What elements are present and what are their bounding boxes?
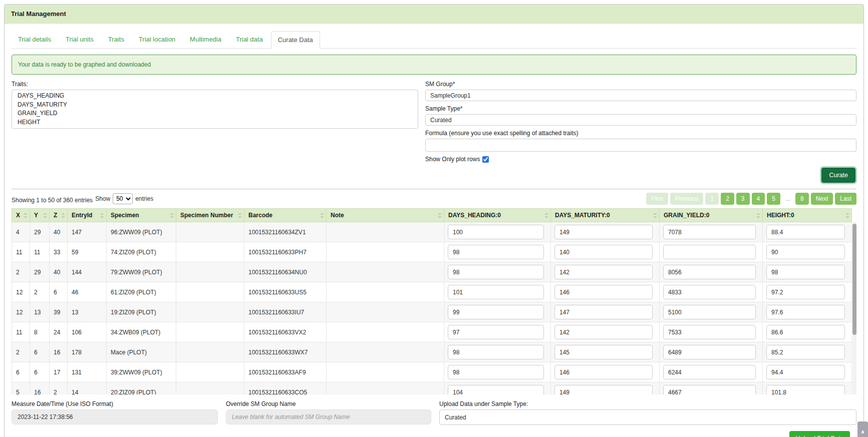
formula-input[interactable]	[425, 139, 856, 152]
days-heading-value-input[interactable]	[448, 385, 544, 394]
height-value-input[interactable]	[766, 225, 845, 239]
grain-yield-value-input[interactable]	[663, 365, 756, 379]
override-sm-group-input[interactable]	[226, 409, 431, 424]
days-maturity-value-input[interactable]	[554, 365, 653, 379]
column-header-specimen-number[interactable]: Specimen Number	[176, 209, 244, 222]
days-maturity-value-input[interactable]	[554, 225, 653, 239]
sort-icon	[61, 213, 65, 218]
cell-days-heading	[444, 302, 551, 322]
column-header-barcode[interactable]: Barcode	[244, 209, 327, 222]
height-value-input[interactable]	[766, 285, 845, 299]
sm-group-input[interactable]	[425, 90, 856, 101]
grain-yield-value-input[interactable]	[663, 265, 756, 279]
cell-grain-yield	[660, 242, 763, 262]
column-header-y[interactable]: Y	[30, 209, 50, 222]
cell-specimen: 96:ZWW09 (PLOT)	[107, 222, 176, 242]
pagination-first[interactable]: First	[646, 193, 668, 205]
days-maturity-value-input[interactable]	[554, 265, 653, 279]
cell-y: 16	[30, 382, 50, 395]
sort-icon	[100, 213, 104, 218]
height-value-input[interactable]	[766, 365, 845, 379]
grain-yield-value-input[interactable]	[663, 225, 756, 239]
days-heading-value-input[interactable]	[448, 265, 544, 279]
upload-trial-data-button[interactable]: Upload Trial Data	[789, 431, 850, 437]
table-scrollbar-track[interactable]	[852, 222, 856, 394]
trait-option-days-maturity[interactable]: DAYS_MATURITY	[12, 101, 418, 110]
grain-yield-value-input[interactable]	[663, 325, 756, 339]
column-header-z[interactable]: Z	[50, 209, 68, 222]
cell-specimen: 61:ZIZ09 (PLOT)	[107, 282, 176, 302]
days-heading-value-input[interactable]	[448, 285, 544, 299]
days-heading-value-input[interactable]	[448, 365, 544, 379]
days-maturity-value-input[interactable]	[554, 325, 653, 339]
pagination: FirstPrevious12345...8NextLast	[646, 193, 856, 205]
grain-yield-value-input[interactable]	[663, 245, 756, 259]
table-scrollbar-thumb[interactable]	[852, 224, 856, 335]
pagination-8[interactable]: 8	[795, 193, 809, 205]
sample-type-input[interactable]	[425, 114, 856, 126]
tab-trial-location[interactable]: Trial location	[132, 31, 182, 49]
days-maturity-value-input[interactable]	[554, 385, 653, 394]
pagination-4[interactable]: 4	[752, 193, 765, 205]
pagination-last[interactable]: Last	[835, 193, 856, 205]
days-heading-value-input[interactable]	[448, 325, 544, 339]
height-value-input[interactable]	[766, 385, 845, 394]
height-value-input[interactable]	[766, 305, 845, 319]
trait-option-grain-yield[interactable]: GRAIN_YIELD	[12, 109, 418, 118]
tab-trial-data[interactable]: Trial data	[229, 31, 269, 49]
trait-option-days-heading[interactable]: DAYS_HEADING	[12, 92, 418, 101]
days-heading-value-input[interactable]	[448, 245, 544, 259]
tab-multimedia[interactable]: Multimedia	[183, 31, 228, 49]
curate-button[interactable]: Curate	[821, 168, 855, 183]
grain-yield-value-input[interactable]	[663, 285, 756, 299]
height-value-input[interactable]	[766, 265, 845, 279]
grain-yield-value-input[interactable]	[663, 345, 756, 359]
tab-trial-units[interactable]: Trial units	[59, 31, 100, 49]
days-heading-value-input[interactable]	[448, 225, 544, 239]
column-header-specimen[interactable]: Specimen	[107, 209, 176, 222]
days-maturity-value-input[interactable]	[554, 285, 653, 299]
column-header-days-maturity-0[interactable]: DAYS_MATURITY:0	[551, 209, 660, 222]
column-header-height-0[interactable]: HEIGHT:0	[763, 209, 852, 222]
column-header-x[interactable]: X	[12, 209, 30, 222]
grain-yield-value-input[interactable]	[663, 305, 756, 319]
pagination-previous[interactable]: Previous	[670, 193, 704, 205]
days-heading-value-input[interactable]	[448, 305, 544, 319]
tab-curate-data[interactable]: Curate Data	[271, 31, 320, 49]
show-only-plot-rows-checkbox[interactable]	[482, 156, 489, 163]
sort-icon	[653, 213, 657, 218]
height-value-input[interactable]	[766, 345, 845, 359]
grain-yield-value-input[interactable]	[663, 385, 756, 394]
sort-icon	[170, 213, 174, 218]
column-header-grain-yield-0[interactable]: GRAIN_YIELD:0	[660, 209, 763, 222]
height-value-input[interactable]	[766, 325, 845, 339]
days-maturity-value-input[interactable]	[554, 345, 653, 359]
cell-x: 5	[12, 382, 30, 395]
days-maturity-value-input[interactable]	[554, 245, 653, 259]
tab-traits[interactable]: Traits	[102, 31, 131, 49]
trait-option-height[interactable]: HEIGHT	[12, 118, 418, 127]
measure-datetime-input[interactable]	[12, 409, 218, 424]
cell-x: 11	[12, 322, 30, 342]
days-maturity-value-input[interactable]	[554, 305, 653, 319]
tab-trial-details[interactable]: Trial details	[12, 31, 58, 49]
column-header-days-heading-0[interactable]: DAYS_HEADING:0	[444, 209, 551, 222]
cell-specimen-number	[176, 382, 244, 395]
days-heading-value-input[interactable]	[448, 345, 544, 359]
pagination-2[interactable]: 2	[721, 193, 734, 205]
cell-grain-yield	[660, 382, 763, 395]
cell-y: 6	[30, 362, 50, 382]
scroll-top-button[interactable]: ∧	[857, 421, 868, 437]
cell-x: 12	[12, 282, 30, 302]
height-value-input[interactable]	[766, 245, 845, 259]
pagination-5[interactable]: 5	[767, 193, 780, 205]
cell-note	[327, 282, 444, 302]
traits-listbox[interactable]: DAYS_HEADINGDAYS_MATURITYGRAIN_YIELDHEIG…	[12, 90, 418, 129]
pagination-3[interactable]: 3	[736, 193, 750, 205]
column-header-note[interactable]: Note	[327, 209, 444, 222]
page-size-select[interactable]: 50	[113, 193, 133, 204]
pagination-1[interactable]: 1	[705, 193, 719, 205]
pagination-next[interactable]: Next	[811, 193, 833, 205]
column-header-entryid[interactable]: EntryId	[68, 209, 107, 222]
upload-sample-type-input[interactable]	[439, 409, 856, 425]
